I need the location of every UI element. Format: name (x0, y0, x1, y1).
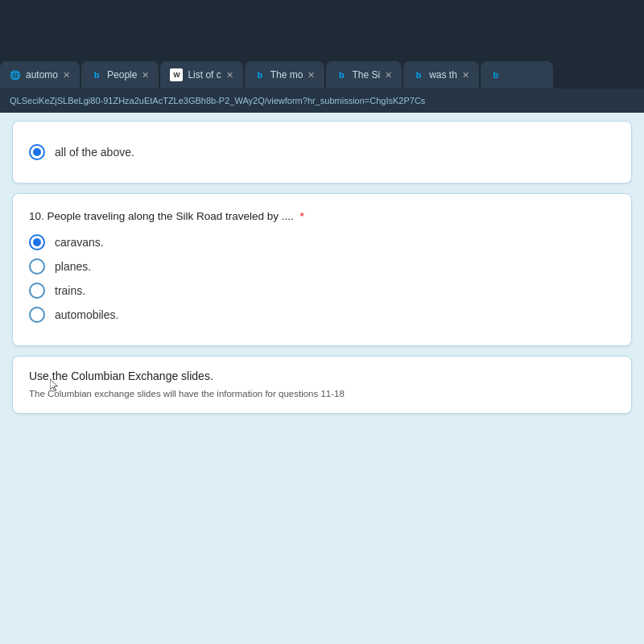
label-automobiles: automobiles. (55, 308, 118, 321)
tab-automo-icon: 🌐 (10, 69, 21, 80)
tab-list-close[interactable]: ✕ (226, 70, 233, 80)
label-caravans: caravans. (55, 236, 104, 249)
question-10-card: 10. People traveling along the Silk Road… (12, 193, 632, 346)
option-trains[interactable]: trains. (29, 283, 615, 299)
option-caravans[interactable]: caravans. (29, 234, 615, 250)
label-trains: trains. (55, 284, 85, 297)
radio-trains[interactable] (29, 283, 45, 299)
address-text: QLSeciKeZjSLBeLgi80-91ZHza2uEtAcTZLe3GBh… (10, 96, 425, 105)
tab-automo-close[interactable]: ✕ (63, 70, 70, 80)
tab-people-icon: b (91, 69, 102, 80)
tab-automo[interactable]: 🌐 automo ✕ (0, 61, 80, 89)
tab-themo-icon: b (254, 69, 266, 80)
previous-answer-radio[interactable] (29, 144, 45, 160)
previous-answer-label: all of the above. (55, 146, 134, 159)
tab-thesi-label: The Si (352, 69, 380, 80)
info-card: Use the Columbian Exchange slides. The C… (12, 356, 632, 414)
tab-people-label: People (107, 69, 137, 80)
previous-answer-option[interactable]: all of the above. (29, 144, 615, 160)
page-content: all of the above. 10. People traveling a… (0, 113, 644, 644)
tab-extra-icon: b (490, 69, 502, 80)
tab-automo-label: automo (26, 69, 58, 80)
option-automobiles[interactable]: automobiles. (29, 307, 615, 323)
tab-people-close[interactable]: ✕ (142, 70, 149, 80)
address-bar[interactable]: QLSeciKeZjSLBeLgi80-91ZHza2uEtAcTZLe3GBh… (0, 89, 644, 113)
required-star: * (297, 210, 304, 222)
label-planes: planes. (55, 260, 91, 273)
browser-chrome: 🌐 automo ✕ b People ✕ W List of c ✕ b Th… (0, 0, 644, 113)
tab-people[interactable]: b People ✕ (81, 61, 159, 89)
tab-thesi-icon: b (336, 69, 347, 80)
mouse-cursor (50, 378, 60, 393)
tab-list-label: List of c (188, 69, 221, 80)
tab-thesi[interactable]: b The Si ✕ (326, 61, 402, 89)
tab-themo-label: The mo (270, 69, 303, 80)
previous-answer-card: all of the above. (12, 121, 632, 184)
tab-themo[interactable]: b The mo ✕ (245, 61, 325, 89)
radio-caravans[interactable] (29, 234, 45, 250)
tab-wasth-icon: b (413, 69, 424, 80)
tab-list[interactable]: W List of c ✕ (160, 61, 242, 89)
tab-wasth[interactable]: b was th ✕ (403, 61, 479, 89)
info-card-subtitle: The Columbian exchange slides will have … (29, 387, 615, 400)
tab-wasth-label: was th (429, 69, 457, 80)
tab-list-icon: W (170, 68, 183, 81)
radio-automobiles[interactable] (29, 307, 45, 323)
tab-wasth-close[interactable]: ✕ (462, 70, 469, 80)
tab-bar: 🌐 automo ✕ b People ✕ W List of c ✕ b Th… (0, 0, 644, 89)
tab-thesi-close[interactable]: ✕ (385, 70, 392, 80)
tab-extra[interactable]: b (481, 61, 553, 89)
info-card-title: Use the Columbian Exchange slides. (29, 369, 615, 382)
radio-planes[interactable] (29, 258, 45, 275)
tab-themo-close[interactable]: ✕ (308, 70, 315, 80)
option-planes[interactable]: planes. (29, 258, 615, 275)
question-10-text: 10. People traveling along the Silk Road… (29, 208, 615, 225)
